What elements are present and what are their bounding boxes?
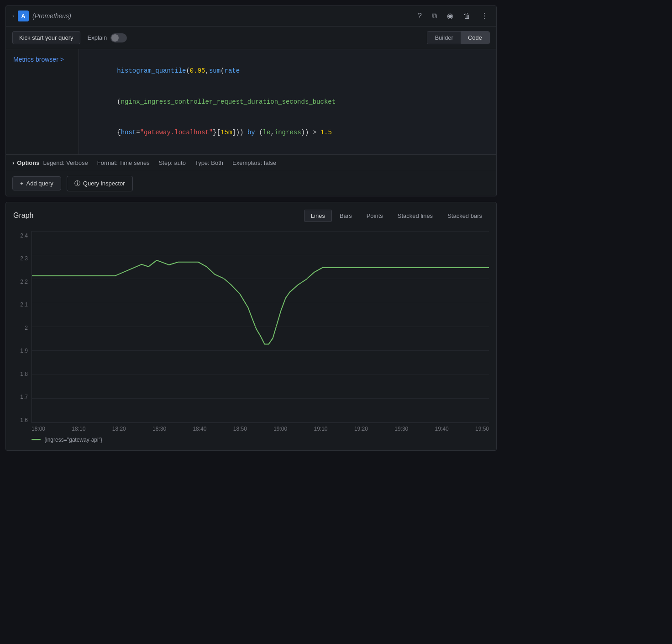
metrics-browser-label: Metrics browser > xyxy=(13,56,64,63)
x-label-1910: 19:10 xyxy=(314,426,328,432)
query-label: A xyxy=(18,11,29,21)
y-label-16: 1.6 xyxy=(20,417,28,423)
code-line-3: {host="gateway.localhost"}[15m])) by (le… xyxy=(86,117,489,148)
query-inspector-label: Query inspector xyxy=(83,180,125,187)
query-editor-row: Metrics browser > histogram_quantile(0.9… xyxy=(6,49,496,155)
y-label-19: 1.9 xyxy=(20,348,28,354)
tab-lines[interactable]: Lines xyxy=(304,210,332,222)
x-label-1810: 18:10 xyxy=(72,426,85,432)
tab-stacked-bars[interactable]: Stacked bars xyxy=(441,210,489,222)
y-label-18: 1.8 xyxy=(20,371,28,377)
explain-label: Explain xyxy=(88,34,107,41)
y-label-22: 2.2 xyxy=(20,279,28,285)
mode-switcher: Builder Code xyxy=(427,31,490,44)
options-meta: Legend: Verbose Format: Time series Step… xyxy=(43,159,276,166)
tab-points[interactable]: Points xyxy=(360,210,390,222)
y-label-24: 2.4 xyxy=(20,233,28,238)
chart-area: 2.4 2.3 2.2 2.1 2 1.9 1.8 1.7 1.6 xyxy=(13,231,489,423)
add-query-label: Add query xyxy=(26,180,53,187)
grid-line-5 xyxy=(32,327,489,327)
tab-stacked-lines[interactable]: Stacked lines xyxy=(391,210,440,222)
help-button[interactable]: ? xyxy=(416,11,424,21)
toggle-knob xyxy=(111,34,119,42)
builder-mode-button[interactable]: Builder xyxy=(427,32,460,44)
y-label-23: 2.3 xyxy=(20,256,28,261)
y-label-21: 2.1 xyxy=(20,302,28,307)
tab-bars[interactable]: Bars xyxy=(333,210,359,222)
graph-header: Graph Lines Bars Points Stacked lines St… xyxy=(13,210,489,222)
y-label-17: 1.7 xyxy=(20,394,28,400)
query-header: › A (Prometheus) ? ⧉ ◉ 🗑 ⋮ xyxy=(6,6,496,26)
x-label-1940: 19:40 xyxy=(435,426,449,432)
grid-line-4 xyxy=(32,303,489,303)
explain-toggle[interactable] xyxy=(110,33,127,42)
legend-color-indicator xyxy=(31,439,41,440)
legend-label: {ingress="gateway-api"} xyxy=(44,437,102,443)
legend-meta: Legend: Verbose xyxy=(43,159,88,166)
options-chevron-icon: › xyxy=(12,159,14,166)
more-button[interactable]: ⋮ xyxy=(479,11,490,21)
x-label-1820: 18:20 xyxy=(112,426,126,432)
grid-line-6 xyxy=(32,350,489,351)
graph-type-tabs: Lines Bars Points Stacked lines Stacked … xyxy=(304,210,489,222)
y-axis: 2.4 2.3 2.2 2.1 2 1.9 1.8 1.7 1.6 xyxy=(13,231,31,423)
exemplars-meta: Exemplars: false xyxy=(232,159,276,166)
query-inspector-button[interactable]: ⓘ Query inspector xyxy=(67,176,133,191)
query-header-actions: ? ⧉ ◉ 🗑 ⋮ xyxy=(416,11,490,21)
query-panel: › A (Prometheus) ? ⧉ ◉ 🗑 ⋮ Kick start yo… xyxy=(5,5,497,196)
explain-group: Explain xyxy=(88,33,127,42)
options-toggle[interactable]: › Options xyxy=(12,159,39,166)
eye-button[interactable]: ◉ xyxy=(445,11,455,21)
code-line-2: (nginx_ingress_controller_request_durati… xyxy=(86,86,489,117)
datasource-name: (Prometheus) xyxy=(32,12,71,20)
code-editor[interactable]: histogram_quantile(0.95,sum(rate (nginx_… xyxy=(79,49,496,154)
x-label-1930: 19:30 xyxy=(394,426,408,432)
x-label-1920: 19:20 xyxy=(354,426,368,432)
metrics-browser-link[interactable]: Metrics browser > xyxy=(6,49,79,154)
code-mode-button[interactable]: Code xyxy=(461,32,489,44)
format-meta: Format: Time series xyxy=(97,159,150,166)
chart-plot xyxy=(31,231,489,423)
x-label-1840: 18:40 xyxy=(193,426,206,432)
delete-button[interactable]: 🗑 xyxy=(462,11,472,21)
plus-icon: + xyxy=(20,180,24,187)
x-label-1850: 18:50 xyxy=(233,426,247,432)
y-label-20: 2 xyxy=(25,325,28,331)
query-actions: + Add query ⓘ Query inspector xyxy=(6,171,496,196)
grid-line-8 xyxy=(32,398,489,399)
grid-lines xyxy=(32,231,489,422)
graph-title: Graph xyxy=(13,211,33,220)
add-query-button[interactable]: + Add query xyxy=(12,176,61,190)
grid-line-3 xyxy=(32,279,489,279)
query-toolbar: Kick start your query Explain Builder Co… xyxy=(6,26,496,49)
legend: {ingress="gateway-api"} xyxy=(13,437,489,443)
x-label-1950: 19:50 xyxy=(475,426,489,432)
x-label-1830: 18:30 xyxy=(152,426,166,432)
grid-line-7 xyxy=(32,375,489,375)
x-label-1800: 18:00 xyxy=(31,426,45,432)
kick-start-button[interactable]: Kick start your query xyxy=(12,31,80,44)
copy-button[interactable]: ⧉ xyxy=(430,11,439,21)
step-meta: Step: auto xyxy=(159,159,186,166)
graph-panel: Graph Lines Bars Points Stacked lines St… xyxy=(5,202,497,451)
collapse-icon[interactable]: › xyxy=(12,13,14,19)
info-icon: ⓘ xyxy=(74,179,80,188)
type-meta: Type: Both xyxy=(195,159,223,166)
grid-line-1 xyxy=(32,231,489,232)
options-row: › Options Legend: Verbose Format: Time s… xyxy=(6,155,496,171)
grid-line-2 xyxy=(32,255,489,255)
x-axis: 18:00 18:10 18:20 18:30 18:40 18:50 19:0… xyxy=(13,426,489,432)
x-label-1900: 19:00 xyxy=(273,426,287,432)
code-line-1: histogram_quantile(0.95,sum(rate xyxy=(86,56,489,86)
options-label: Options xyxy=(17,159,39,166)
query-header-left: › A (Prometheus) xyxy=(12,11,411,21)
